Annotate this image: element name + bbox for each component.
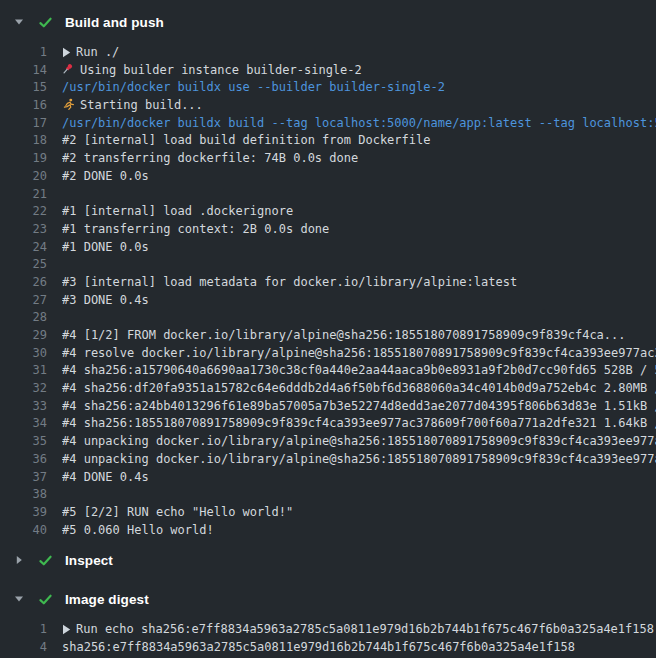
line-number[interactable]: 36 — [0, 451, 47, 469]
line-number[interactable]: 28 — [0, 309, 47, 327]
line-number[interactable]: 17 — [0, 115, 47, 133]
log-line: 26#3 [internal] load metadata for docker… — [0, 274, 656, 292]
check-success-icon — [37, 552, 54, 569]
log-line: 19#2 transferring dockerfile: 74B 0.0s d… — [0, 150, 656, 168]
log-line-content: #5 0.060 Hello world! — [62, 522, 656, 540]
line-text: #4 unpacking docker.io/library/alpine@sh… — [62, 434, 656, 448]
line-number[interactable]: 39 — [0, 504, 47, 522]
line-number[interactable]: 19 — [0, 150, 47, 168]
line-number[interactable]: 29 — [0, 327, 47, 345]
line-number[interactable]: 18 — [0, 132, 47, 150]
line-number[interactable]: 34 — [0, 415, 47, 433]
log-line-content: #3 DONE 0.4s — [62, 292, 656, 310]
log-line-content: #4 sha256:a24bb4013296f61e89ba57005a7b3e… — [62, 398, 656, 416]
line-number[interactable]: 27 — [0, 292, 47, 310]
log-line: 37#4 DONE 0.4s — [0, 469, 656, 487]
log-line-content: #1 [internal] load .dockerignore — [62, 203, 656, 221]
line-number[interactable]: 21 — [0, 186, 47, 204]
line-number[interactable]: 32 — [0, 380, 47, 398]
line-text: #1 [internal] load .dockerignore — [62, 204, 293, 218]
line-number[interactable]: 26 — [0, 274, 47, 292]
line-number[interactable]: 23 — [0, 221, 47, 239]
section-header-image-digest[interactable]: Image digest — [0, 586, 656, 612]
log-line: 36#4 unpacking docker.io/library/alpine@… — [0, 451, 656, 469]
log-line: 16Starting build... — [0, 97, 656, 115]
chevron-right-icon[interactable] — [14, 555, 24, 565]
log-line: 31#4 sha256:a15790640a6690aa1730c38cf0a4… — [0, 362, 656, 380]
log-line-content: #2 [internal] load build definition from… — [62, 132, 656, 150]
log-line-content: #4 sha256:185518070891758909c9f839cf4ca3… — [62, 415, 656, 433]
log-line: 24#1 DONE 0.0s — [0, 239, 656, 257]
log-line: 20#2 DONE 0.0s — [0, 168, 656, 186]
line-text: #4 sha256:df20fa9351a15782c64e6dddb2d4a6… — [62, 381, 656, 395]
line-text: /usr/bin/docker buildx build --tag local… — [62, 116, 656, 130]
log-line: 27#3 DONE 0.4s — [0, 292, 656, 310]
play-icon[interactable] — [62, 47, 71, 58]
line-number[interactable]: 30 — [0, 345, 47, 363]
line-number[interactable]: 37 — [0, 469, 47, 487]
chevron-down-icon[interactable] — [14, 594, 24, 604]
log-line: 17/usr/bin/docker buildx build --tag loc… — [0, 115, 656, 133]
log-line-content — [62, 186, 656, 204]
log-line-content — [62, 486, 656, 504]
line-text: Run echo sha256:e7ff8834a5963a2785c5a081… — [76, 622, 654, 636]
log-line: 15/usr/bin/docker buildx use --builder b… — [0, 79, 656, 97]
line-number[interactable]: 40 — [0, 522, 47, 540]
log-line: 35#4 unpacking docker.io/library/alpine@… — [0, 433, 656, 451]
log-line-content: #2 DONE 0.0s — [62, 168, 656, 186]
line-number[interactable]: 31 — [0, 362, 47, 380]
log-lines: 1Run ./14Using builder instance builder-… — [0, 44, 656, 539]
log-line-content: Using builder instance builder-single-2 — [62, 62, 656, 80]
section-header-inspect[interactable]: Inspect — [0, 547, 656, 573]
log-line: 4sha256:e7ff8834a5963a2785c5a0811e979d16… — [0, 639, 656, 657]
line-number[interactable]: 38 — [0, 486, 47, 504]
section-header-build-and-push[interactable]: Build and push — [0, 9, 656, 35]
line-number[interactable]: 1 — [0, 44, 47, 62]
log-line: 38 — [0, 486, 656, 504]
pushpin-icon — [62, 63, 75, 76]
line-text: #4 DONE 0.4s — [62, 470, 149, 484]
log-line-content: #1 DONE 0.0s — [62, 239, 656, 257]
line-text: #4 sha256:185518070891758909c9f839cf4ca3… — [62, 416, 656, 430]
line-number[interactable]: 15 — [0, 79, 47, 97]
chevron-down-icon[interactable] — [14, 17, 24, 27]
line-number[interactable]: 24 — [0, 239, 47, 257]
line-text: #5 [2/2] RUN echo "Hello world!" — [62, 505, 293, 519]
log-line: 21 — [0, 186, 656, 204]
workflow-log: Build and push1Run ./14Using builder ins… — [0, 0, 656, 657]
log-line: 18#2 [internal] load build definition fr… — [0, 132, 656, 150]
log-line: 28 — [0, 309, 656, 327]
line-number[interactable]: 1 — [0, 621, 47, 639]
log-line: 30#4 resolve docker.io/library/alpine@sh… — [0, 345, 656, 363]
line-number[interactable]: 35 — [0, 433, 47, 451]
line-number[interactable]: 33 — [0, 398, 47, 416]
log-line-content: #3 [internal] load metadata for docker.i… — [62, 274, 656, 292]
line-text: #4 unpacking docker.io/library/alpine@sh… — [62, 452, 656, 466]
log-line-content: Run ./ — [62, 44, 656, 62]
log-line-content: #4 resolve docker.io/library/alpine@sha2… — [62, 345, 656, 363]
log-line: 29#4 [1/2] FROM docker.io/library/alpine… — [0, 327, 656, 345]
log-lines: 1Run echo sha256:e7ff8834a5963a2785c5a08… — [0, 621, 656, 656]
line-number[interactable]: 4 — [0, 639, 47, 657]
section-title: Image digest — [65, 592, 149, 607]
line-number[interactable]: 14 — [0, 62, 47, 80]
log-line: 23#1 transferring context: 2B 0.0s done — [0, 221, 656, 239]
check-success-icon — [37, 591, 54, 608]
play-icon[interactable] — [62, 624, 71, 635]
log-line: 40#5 0.060 Hello world! — [0, 522, 656, 540]
line-number[interactable]: 25 — [0, 256, 47, 274]
line-number[interactable]: 22 — [0, 203, 47, 221]
log-line-content: #4 [1/2] FROM docker.io/library/alpine@s… — [62, 327, 656, 345]
section-title: Build and push — [65, 15, 164, 30]
step-section-image-digest: Image digest1Run echo sha256:e7ff8834a59… — [0, 586, 656, 656]
line-number[interactable]: 16 — [0, 97, 47, 115]
line-text: #5 0.060 Hello world! — [62, 523, 214, 537]
line-text: #3 [internal] load metadata for docker.i… — [62, 275, 517, 289]
log-line: 1Run echo sha256:e7ff8834a5963a2785c5a08… — [0, 621, 656, 639]
line-number[interactable]: 20 — [0, 168, 47, 186]
line-text: #2 DONE 0.0s — [62, 169, 149, 183]
step-section-build-and-push: Build and push1Run ./14Using builder ins… — [0, 9, 656, 539]
line-text: /usr/bin/docker buildx use --builder bui… — [62, 80, 445, 94]
log-line-content: #4 sha256:df20fa9351a15782c64e6dddb2d4a6… — [62, 380, 656, 398]
log-line-content: #4 sha256:a15790640a6690aa1730c38cf0a440… — [62, 362, 656, 380]
